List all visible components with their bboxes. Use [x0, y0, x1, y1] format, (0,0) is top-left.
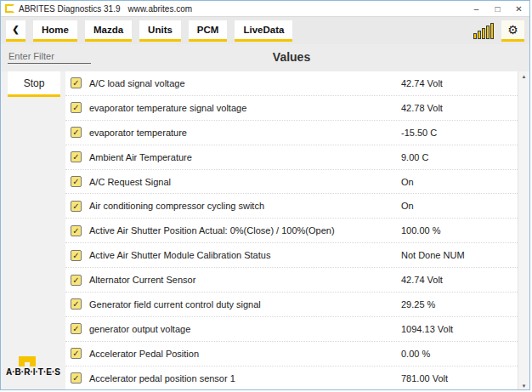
- row-value: 9.00 C: [401, 152, 428, 162]
- window-controls: – □ ✕: [466, 1, 529, 16]
- tab-mazda[interactable]: Mazda: [85, 20, 132, 42]
- content-body: Stop A·B·R·I·T·E·S ✓A/C load signal volt…: [1, 71, 529, 390]
- row-label: Generator field current control duty sig…: [89, 299, 261, 310]
- row-value: 42.78 Volt: [401, 103, 443, 113]
- row-checkbox[interactable]: ✓: [71, 250, 82, 261]
- row-value: 42.74 Volt: [401, 275, 443, 285]
- table-row: ✓A/C load signal voltage42.74 Volt: [65, 71, 518, 96]
- app-logo-icon: [5, 4, 14, 13]
- tab-units[interactable]: Units: [139, 20, 181, 42]
- page-title: Values: [65, 50, 518, 64]
- row-label: evaporator temperature: [89, 128, 187, 138]
- row-value: 1094.13 Volt: [401, 324, 453, 334]
- tab-pcm[interactable]: PCM: [189, 20, 228, 42]
- row-label: Active Air Shutter Position Actual: 0%(C…: [89, 225, 335, 236]
- live-data-list: ✓A/C load signal voltage42.74 Volt✓evapo…: [65, 71, 518, 390]
- row-value: On: [401, 201, 414, 211]
- signal-bars-icon: [473, 22, 494, 39]
- table-row: ✓Active Air Shutter Module Calibration S…: [65, 243, 518, 268]
- minimize-button[interactable]: –: [466, 1, 487, 16]
- abrites-logo-text: A·B·R·I·T·E·S: [3, 366, 63, 378]
- stop-button[interactable]: Stop: [8, 71, 60, 97]
- row-checkbox[interactable]: ✓: [71, 176, 82, 187]
- table-row: ✓Active Air Shutter Position Actual: 0%(…: [65, 219, 518, 243]
- window-title-url: www.abrites.com: [128, 4, 193, 14]
- table-row: ✓generator output voltage1094.13 Volt: [65, 317, 518, 342]
- row-checkbox[interactable]: ✓: [71, 225, 82, 236]
- row-value: 42.74 Volt: [401, 78, 443, 88]
- toolbar-tabs: HomeMazdaUnitsPCMLiveData: [33, 20, 292, 42]
- table-row: ✓evaporator temperature-15.50 C: [65, 121, 518, 145]
- settings-button[interactable]: ⚙: [501, 20, 524, 42]
- row-value: 29.25 %: [401, 299, 435, 310]
- row-checkbox[interactable]: ✓: [71, 102, 82, 113]
- row-checkbox[interactable]: ✓: [71, 127, 82, 138]
- row-checkbox[interactable]: ✓: [71, 77, 82, 88]
- tab-livedata[interactable]: LiveData: [235, 20, 292, 42]
- row-label: Accelerator pedal position sensor 1: [89, 373, 235, 383]
- table-row: ✓evaporator temperature signal voltage42…: [65, 96, 518, 121]
- toolbar-right: ⚙: [473, 20, 524, 42]
- table-row: ✓Alternator Current Sensor42.74 Volt: [65, 268, 518, 293]
- table-row: ✓Ambient Air Temperature9.00 C: [65, 145, 518, 170]
- table-row: ✓Generator field current control duty si…: [65, 293, 518, 317]
- row-value: 100.00 %: [401, 225, 440, 236]
- vertical-scrollbar[interactable]: ▲ ▼: [518, 71, 529, 390]
- row-label: Accelerator Pedal Position: [89, 349, 199, 359]
- toolbar: ❮ HomeMazdaUnitsPCMLiveData ⚙: [1, 16, 529, 44]
- row-value: Not Done NUM: [401, 250, 465, 260]
- row-checkbox[interactable]: ✓: [71, 201, 82, 212]
- window-title: ABRITES Diagnostics 31.9: [19, 4, 121, 14]
- row-label: Alternator Current Sensor: [89, 275, 195, 285]
- subheader: Values: [1, 44, 529, 71]
- row-label: A/C Request Signal: [89, 177, 171, 187]
- row-checkbox[interactable]: ✓: [71, 151, 82, 162]
- row-label: evaporator temperature signal voltage: [89, 103, 246, 113]
- row-checkbox[interactable]: ✓: [71, 275, 82, 286]
- maximize-button[interactable]: □: [487, 1, 508, 16]
- row-label: Active Air Shutter Module Calibration St…: [89, 250, 270, 260]
- row-label: A/C load signal voltage: [89, 78, 185, 88]
- table-row: ✓Accelerator Pedal Position0.00 %: [65, 342, 518, 366]
- tab-home[interactable]: Home: [33, 20, 77, 42]
- sidebar: Stop A·B·R·I·T·E·S: [1, 71, 65, 390]
- app-window: ABRITES Diagnostics 31.9 www.abrites.com…: [0, 0, 530, 390]
- row-label: generator output voltage: [89, 324, 190, 334]
- row-value: 781.00 Volt: [401, 373, 448, 383]
- close-button[interactable]: ✕: [508, 1, 529, 16]
- scroll-up-icon[interactable]: ▲: [518, 74, 529, 79]
- row-label: Air conditioning compressor cycling swit…: [89, 201, 264, 211]
- row-checkbox[interactable]: ✓: [71, 323, 82, 334]
- abrites-logo: A·B·R·I·T·E·S: [3, 354, 63, 390]
- scroll-down-icon[interactable]: ▼: [518, 383, 529, 389]
- table-row: ✓Air conditioning compressor cycling swi…: [65, 194, 518, 219]
- gear-icon: ⚙: [507, 23, 518, 37]
- row-checkbox[interactable]: ✓: [71, 348, 82, 359]
- row-value: 0.00 %: [401, 349, 430, 359]
- titlebar: ABRITES Diagnostics 31.9 www.abrites.com…: [1, 1, 529, 16]
- row-label: Ambient Air Temperature: [89, 152, 192, 162]
- row-value: -15.50 C: [401, 128, 437, 138]
- back-button[interactable]: ❮: [6, 20, 25, 42]
- row-checkbox[interactable]: ✓: [71, 372, 82, 383]
- table-row: ✓A/C Request SignalOn: [65, 170, 518, 195]
- row-checkbox[interactable]: ✓: [71, 298, 82, 310]
- row-value: On: [401, 177, 414, 187]
- table-row: ✓Accelerator pedal position sensor 1781.…: [65, 366, 518, 390]
